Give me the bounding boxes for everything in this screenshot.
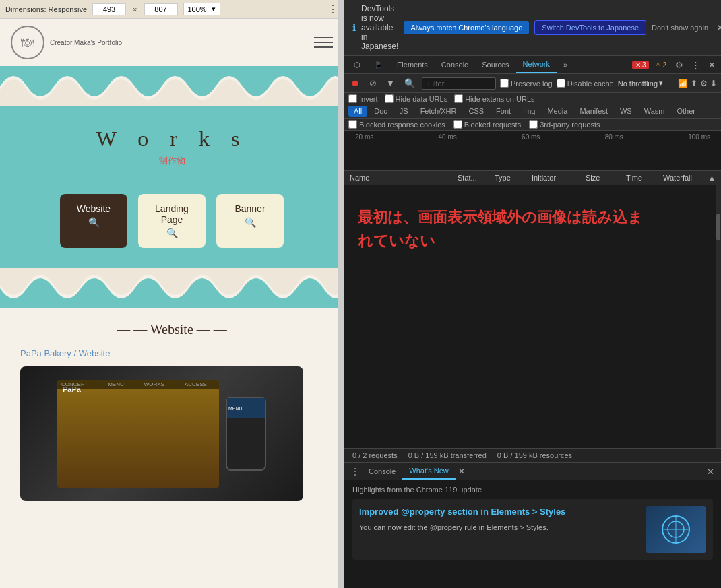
works-title: W o r k s — [0, 106, 344, 155]
pill-css[interactable]: CSS — [463, 106, 489, 117]
pill-js[interactable]: JS — [394, 106, 414, 117]
works-subtitle: 制作物 — [0, 155, 344, 167]
pill-other[interactable]: Other — [671, 106, 701, 117]
network-status-bar: 0 / 2 requests 0 B / 159 kB transferred … — [344, 448, 721, 462]
pill-all[interactable]: All — [348, 106, 367, 117]
pill-fetch-xhr[interactable]: Fetch/XHR — [415, 106, 462, 117]
col-initiator[interactable]: Initiator — [532, 174, 586, 182]
network-settings-icon[interactable]: ⚙ — [700, 79, 708, 88]
record-button[interactable]: ⏺ — [348, 77, 363, 90]
hide-data-urls-label[interactable]: Hide data URLs — [385, 94, 448, 103]
timeline-labels: 20 ms 40 ms 60 ms 80 ms 100 ms — [350, 131, 716, 143]
pill-img[interactable]: Img — [518, 106, 540, 117]
search-icon-lp: 🔍 — [154, 228, 189, 238]
throttling-select[interactable]: No throttling ▾ — [618, 79, 663, 88]
notification-close[interactable]: ✕ — [716, 22, 721, 33]
preserve-log-checkbox[interactable] — [500, 79, 509, 88]
wifi-icon: 📶 — [678, 79, 688, 88]
clear-button[interactable]: ⊘ — [367, 77, 379, 90]
filter-input[interactable] — [422, 77, 496, 90]
dimensions-label: Dimensions: Responsive — [5, 5, 87, 13]
tab-sources[interactable]: Sources — [475, 57, 515, 73]
pill-wasm[interactable]: Wasm — [639, 106, 670, 117]
preserve-log-label[interactable]: Preserve log — [500, 79, 553, 88]
whats-new-content: Highlights from the Chrome 119 update Im… — [344, 480, 721, 588]
tab-network[interactable]: Network — [516, 56, 557, 73]
settings-icon[interactable]: ⚙ — [672, 57, 686, 73]
col-type[interactable]: Type — [495, 174, 532, 182]
switch-to-japanese-button[interactable]: Switch DevTools to Japanese — [534, 20, 646, 35]
upload-icon[interactable]: ⬆ — [691, 79, 697, 88]
request-count: 0 / 2 requests — [352, 451, 398, 459]
tab-console-bottom[interactable]: Console — [362, 464, 402, 479]
zoom-control[interactable]: 100% ▾ — [183, 3, 220, 15]
card-desc: You can now edit the @propery rule in El… — [359, 522, 639, 533]
more-options-icon[interactable]: ⋮ — [689, 57, 703, 73]
hide-ext-urls-checkbox[interactable] — [454, 94, 463, 103]
network-table-header: Name Stat... Type Initiator Size Time Wa… — [344, 171, 721, 185]
tab-more[interactable]: » — [557, 57, 574, 73]
sort-arrow: ▲ — [708, 174, 716, 182]
download-icon[interactable]: ⬇ — [710, 79, 717, 88]
viewport-height[interactable]: 807 — [144, 3, 178, 15]
disable-cache-checkbox[interactable] — [557, 79, 565, 88]
hamburger-menu[interactable] — [314, 37, 333, 48]
hide-data-urls-checkbox[interactable] — [385, 94, 394, 103]
whats-new-card: Improved @property section in Elements >… — [352, 499, 713, 560]
banner-button[interactable]: Banner 🔍 — [216, 194, 284, 248]
resize-handle[interactable] — [338, 0, 344, 588]
tab-whats-new[interactable]: What's New — [402, 463, 455, 480]
resource-size: 0 B / 159 kB resources — [497, 451, 572, 459]
blocked-response-checkbox[interactable] — [348, 120, 357, 129]
pill-doc[interactable]: Doc — [369, 106, 393, 117]
project-thumbnail: PaPa CONCEPT MENU WORKS ACCESS MENU — [20, 366, 303, 501]
blocked-requests-label[interactable]: Blocked requests — [453, 120, 521, 129]
elements-icon-btn[interactable]: ⬡ — [347, 57, 367, 73]
filter-pills-bar: All Doc JS Fetch/XHR CSS Font Img Media … — [344, 104, 721, 119]
wave-top — [0, 66, 344, 106]
website-button[interactable]: Website 🔍 — [60, 194, 127, 248]
bottom-panel-menu[interactable]: ⋮ — [348, 464, 362, 479]
devtools-panel: ℹ DevTools is now available in Japanese!… — [344, 0, 721, 588]
filter-button[interactable]: ▼ — [383, 77, 398, 90]
project-title: PaPa Bakery / Website — [20, 348, 323, 358]
bottom-panel-close[interactable]: ✕ — [704, 464, 717, 480]
tab-console[interactable]: Console — [435, 57, 475, 73]
third-party-label[interactable]: 3rd-party requests — [529, 120, 600, 129]
whats-new-close[interactable]: ✕ — [458, 467, 465, 476]
card-title[interactable]: Improved @property section in Elements >… — [359, 506, 639, 518]
disable-cache-label[interactable]: Disable cache — [557, 79, 614, 88]
pill-ws[interactable]: WS — [615, 106, 637, 117]
japanese-overlay-text: 最初は、画面表示領域外の画像は読み込ま れていない — [358, 205, 643, 253]
search-button[interactable]: 🔍 — [402, 77, 418, 90]
whats-new-subtitle: Highlights from the Chrome 119 update — [352, 486, 713, 494]
card-text: Improved @property section in Elements >… — [359, 506, 639, 553]
invert-label[interactable]: Invert — [348, 94, 378, 103]
landing-page-button[interactable]: Landing Page 🔍 — [138, 194, 206, 248]
device-toolbar-btn[interactable]: 📱 — [367, 57, 390, 73]
scrollbar-track[interactable] — [716, 185, 721, 448]
blocked-requests-checkbox[interactable] — [453, 120, 462, 129]
always-match-button[interactable]: Always match Chrome's language — [404, 21, 529, 34]
tab-elements[interactable]: Elements — [390, 57, 435, 73]
dont-show-again[interactable]: Don't show again — [652, 24, 708, 32]
pill-manifest[interactable]: Manifest — [574, 106, 613, 117]
col-time[interactable]: Time — [626, 174, 663, 182]
more-options-icon[interactable]: ⋮ — [327, 3, 338, 15]
logo-icon: 🍽 — [11, 26, 44, 59]
third-party-checkbox[interactable] — [529, 120, 538, 129]
col-name[interactable]: Name — [350, 174, 458, 182]
scrollbar-thumb[interactable] — [716, 214, 720, 240]
pill-media[interactable]: Media — [542, 106, 573, 117]
network-table-body: 最初は、画面表示領域外の画像は読み込ま れていない — [344, 185, 721, 448]
viewport-width[interactable]: 493 — [92, 3, 126, 15]
pill-font[interactable]: Font — [491, 106, 516, 117]
transferred-size: 0 B / 159 kB transferred — [408, 451, 487, 459]
invert-checkbox[interactable] — [348, 94, 357, 103]
col-waterfall[interactable]: Waterfall ▲ — [663, 174, 716, 182]
blocked-response-label[interactable]: Blocked response cookies — [348, 120, 445, 129]
col-status[interactable]: Stat... — [458, 174, 495, 182]
hide-ext-urls-label[interactable]: Hide extension URLs — [454, 94, 534, 103]
close-devtools-icon[interactable]: ✕ — [706, 57, 718, 73]
col-size[interactable]: Size — [586, 174, 626, 182]
